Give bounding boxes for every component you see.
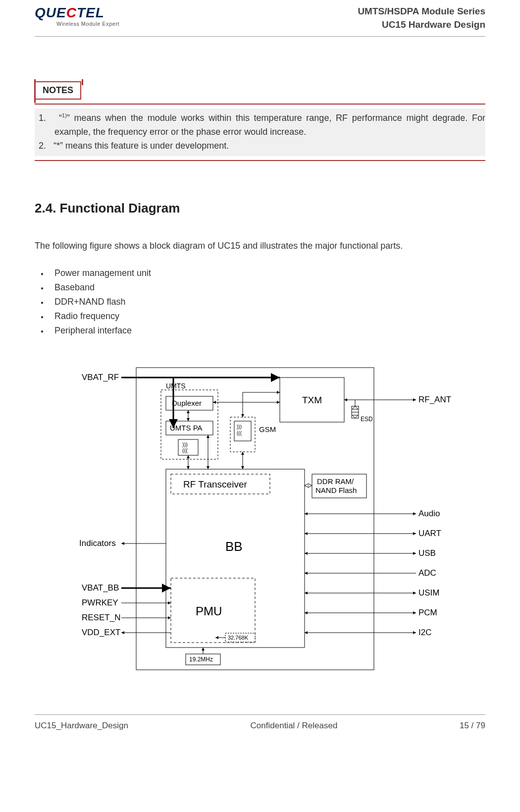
blk-esd: ESD <box>361 416 373 423</box>
blk-gsm: GSM <box>259 425 276 433</box>
svg-text:))): ))) <box>237 424 242 430</box>
blk-umts-pa: UMTS PA <box>170 424 203 432</box>
svg-rect-5 <box>178 439 198 455</box>
blk-umts: UMTS <box>166 382 186 390</box>
lbl-rf-ant: RF_ANT <box>418 395 451 404</box>
lbl-pwrkey: PWRKEY <box>82 598 118 607</box>
lbl-reset-n: RESET_N <box>82 613 120 622</box>
logo-text-1: QUE <box>35 5 66 20</box>
svg-text:(((: ((( <box>237 431 242 436</box>
bullet-list: Power management unit Baseband DDR+NAND … <box>35 266 485 338</box>
lbl-usim: USIM <box>418 588 440 597</box>
lbl-audio: Audio <box>418 509 440 518</box>
block-diagram: VBAT_RF Indicators VBAT_BB PWRKEY RESET_… <box>35 358 485 680</box>
logo-text-red: C <box>66 5 77 20</box>
lbl-pcm: PCM <box>418 608 437 617</box>
bullet-0: Power management unit <box>35 266 485 280</box>
page-footer: UC15_Hardware_Design Confidential / Rele… <box>35 714 485 731</box>
blk-ddr: DDR RAM/ <box>317 477 354 486</box>
note-item-2: 2. “*” means this feature is under devel… <box>35 139 485 153</box>
bullet-3: Radio frequency <box>35 309 485 324</box>
footer-left: UC15_Hardware_Design <box>35 721 128 731</box>
lbl-usb: USB <box>418 548 436 558</box>
note-item-1: 1. “1)” means when the module works with… <box>35 111 485 139</box>
notes-bottom-rule <box>35 160 485 161</box>
lbl-indicators: Indicators <box>79 539 116 548</box>
logo-tagline: Wireless Module Expert <box>56 21 119 27</box>
bullet-1: Baseband <box>35 280 485 295</box>
svg-text:))): ))) <box>182 441 188 447</box>
notes-label-box: NOTES <box>35 81 81 100</box>
lbl-uart: UART <box>418 529 441 538</box>
footer-right: 15 / 79 <box>460 721 485 731</box>
lbl-vdd-ext: VDD_EXT <box>82 628 120 637</box>
blk-32k: 32.768K <box>228 635 249 641</box>
lbl-vbat-bb: VBAT_BB <box>82 583 119 593</box>
header-series: UMTS/HSDPA Module Series <box>358 5 485 18</box>
notes-label: NOTES <box>43 85 73 95</box>
logo: QUECTEL Wireless Module Expert <box>35 5 119 27</box>
blk-bb: BB <box>225 539 243 554</box>
bullet-4: Peripheral interface <box>35 324 485 338</box>
logo-wordmark: QUECTEL <box>35 5 119 21</box>
logo-text-2: TEL <box>77 5 104 20</box>
blk-duplexer: Duplexer <box>172 399 202 407</box>
header-right: UMTS/HSDPA Module Series UC15 Hardware D… <box>358 5 485 31</box>
bullet-2: DDR+NAND flash <box>35 295 485 309</box>
note-item-2-text: “*” means this feature is under developm… <box>53 141 229 151</box>
section-intro: The following figure shows a block diagr… <box>35 241 485 251</box>
blk-txm: TXM <box>302 395 322 405</box>
page-header: QUECTEL Wireless Module Expert UMTS/HSDP… <box>35 0 485 37</box>
blk-pmu: PMU <box>196 604 222 618</box>
notes-body: 1. “1)” means when the module works with… <box>35 108 485 156</box>
lbl-adc: ADC <box>418 568 436 578</box>
svg-rect-14 <box>166 469 305 648</box>
blk-19m: 19.2MHz <box>189 656 213 663</box>
notes-list: 1. “1)” means when the module works with… <box>35 111 485 153</box>
diagram-svg: VBAT_RF Indicators VBAT_BB PWRKEY RESET_… <box>62 358 458 680</box>
header-product: UC15 Hardware Design <box>358 18 485 32</box>
footer-center: Confidential / Released <box>251 721 338 731</box>
lbl-vbat-rf: VBAT_RF <box>82 373 119 382</box>
blk-ddr2: NAND Flash <box>315 486 357 494</box>
section-heading: 2.4. Functional Diagram <box>35 201 485 216</box>
notes-top-rule <box>35 104 485 105</box>
svg-text:(((: ((( <box>182 447 188 453</box>
lbl-i2c: I2C <box>418 628 431 637</box>
blk-rftrx: RF Transceiver <box>183 479 247 489</box>
